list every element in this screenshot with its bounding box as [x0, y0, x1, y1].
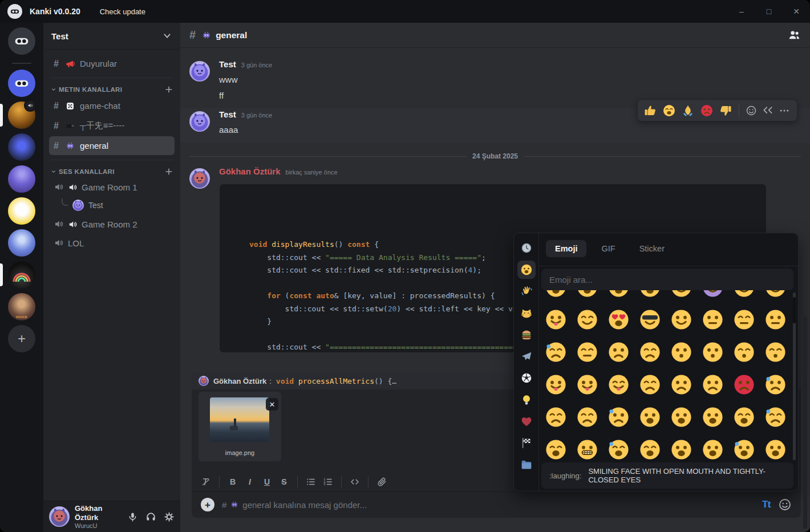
emoji-kissing-face[interactable]	[666, 336, 697, 368]
check-update-link[interactable]: Check update	[100, 7, 145, 16]
emoji-category-animals[interactable]	[517, 304, 536, 322]
emoji-search-input[interactable]	[541, 269, 793, 290]
emoji-worried-face[interactable]	[666, 368, 697, 401]
close-button[interactable]: ✕	[783, 0, 810, 23]
server-purple-bunny[interactable]	[0, 165, 43, 193]
emoji-anxious-face-with-sweat[interactable]	[728, 433, 760, 462]
quick-reaction-thumbs-up[interactable]	[642, 102, 659, 119]
server-stack-avatar[interactable]	[8, 133, 35, 161]
bold-button[interactable]: B	[224, 474, 241, 490]
add-voice-channel-button[interactable]	[164, 167, 173, 176]
emoji-kissing-face-with-smiling-eyes[interactable]	[728, 336, 760, 368]
emoji-category-custom[interactable]	[517, 456, 536, 474]
emoji-sleepy-face[interactable]	[760, 401, 791, 433]
emoji-winking-face[interactable]	[728, 290, 760, 303]
emoji-face-with-steam-from-nose[interactable]	[572, 401, 603, 433]
emoji-smirking-face[interactable]	[666, 303, 697, 336]
avatar[interactable]	[189, 168, 210, 189]
emoji-enraged-face[interactable]	[728, 368, 760, 401]
server-kanki-blue-avatar[interactable]	[8, 70, 35, 97]
add-server-button[interactable]: +	[0, 325, 43, 352]
server-purple-bunny-avatar[interactable]	[8, 165, 35, 193]
channel-general[interactable]: #general	[49, 136, 175, 155]
home-button-logo[interactable]	[8, 27, 35, 55]
bullet-list-button[interactable]	[302, 474, 319, 490]
emoji-angry-face[interactable]	[697, 368, 728, 401]
remove-attachment-button[interactable]: ✕	[266, 398, 278, 411]
add-attachment-button[interactable]: +	[201, 498, 214, 511]
quick-reaction-enraged-face[interactable]	[698, 102, 715, 119]
server-stack[interactable]	[0, 133, 43, 161]
avatar[interactable]	[189, 111, 210, 132]
emoji-grimacing-face[interactable]	[572, 433, 603, 462]
voice-channel-game-room-1[interactable]: Game Room 1	[49, 178, 175, 196]
attachment-thumbnail[interactable]	[210, 397, 269, 442]
emoji-tired-face[interactable]	[540, 433, 572, 462]
emoji-unamused-face[interactable]	[760, 303, 791, 336]
message-author[interactable]: Gökhan Öztürk	[219, 166, 281, 176]
server-header[interactable]: Test	[43, 23, 180, 50]
emoji-sad-but-relieved-face[interactable]	[603, 401, 634, 433]
emoji-face-savoring-food[interactable]	[540, 303, 572, 336]
channel-game-chat[interactable]: #game-chat	[49, 96, 175, 115]
message-author[interactable]: Test	[219, 59, 236, 69]
emoji-face-screaming-in-fear[interactable]	[760, 433, 791, 462]
voice-channel-lol[interactable]: LOL	[49, 234, 175, 251]
channel-duyurular[interactable]: #Duyurular	[49, 54, 175, 73]
emoji-grinning-face-with-smiling-eyes[interactable]	[572, 290, 603, 303]
voice-channel-game-room-2[interactable]: Game Room 2	[49, 216, 175, 233]
quick-reaction-folded-hands[interactable]	[679, 102, 696, 119]
emoji-grinning-face-with-big-eyes[interactable]	[540, 290, 572, 303]
server-wurucu-lion[interactable]	[0, 101, 43, 129]
voice-channels-section[interactable]: SES KANALLARI	[49, 165, 175, 178]
tab-sticker[interactable]: Sticker	[630, 240, 674, 257]
emoji-face-with-tongue[interactable]	[540, 368, 572, 401]
add-text-channel-button[interactable]	[164, 85, 173, 94]
quick-reaction-thumbs-down[interactable]	[717, 102, 734, 119]
emoji-grinning-squinting-face[interactable]	[634, 290, 666, 303]
emoji-weary-face[interactable]	[728, 401, 760, 433]
server-yellow-cat-avatar[interactable]	[8, 197, 35, 225]
emoji-expressionless-face[interactable]	[728, 303, 760, 336]
emoji-kissing-face-with-closed-eyes[interactable]	[760, 336, 791, 368]
reply-button[interactable]	[760, 103, 775, 118]
server-yellow-cat[interactable]	[0, 197, 43, 225]
add-reaction-button[interactable]	[744, 103, 759, 118]
emoji-category-food[interactable]	[517, 326, 536, 344]
strike-button[interactable]: S	[276, 474, 293, 490]
voice-connected-user[interactable]: Test	[49, 197, 175, 213]
emoji-picker-toggle-icon[interactable]	[778, 498, 792, 511]
emoji-category-activities[interactable]	[517, 369, 536, 387]
emoji-grid-scrollbar-thumb[interactable]	[793, 297, 796, 323]
avatar[interactable]	[189, 61, 210, 82]
emoji-smiling-face-with-sunglasses[interactable]	[634, 303, 666, 336]
emoji-category-people[interactable]	[517, 282, 536, 300]
server-blue-bunny[interactable]	[0, 229, 43, 257]
clear-button[interactable]	[197, 474, 214, 490]
emoji-downcast-face-with-sweat[interactable]	[540, 336, 572, 368]
user-avatar[interactable]	[49, 506, 70, 527]
text-format-toggle[interactable]: Tt	[762, 499, 771, 510]
emoji-frowning-face-with-open-mouth[interactable]	[634, 401, 666, 433]
server-kanki-blue[interactable]	[0, 70, 43, 97]
emoji-yawning-face[interactable]	[634, 433, 666, 462]
server-voice-bunny-avatar[interactable]: VOICE	[8, 293, 35, 320]
emoji-face-blowing-a-kiss[interactable]	[697, 336, 728, 368]
maximize-button[interactable]: □	[755, 0, 783, 23]
settings-gear-button[interactable]	[164, 511, 175, 522]
tab-gif[interactable]: GIF	[592, 240, 624, 257]
emoji-smiling-face-with-halo[interactable]	[666, 290, 697, 303]
home-button[interactable]	[0, 27, 43, 55]
underline-button[interactable]: U	[258, 474, 276, 490]
chat-scrollbar-thumb[interactable]	[803, 316, 807, 529]
server-blue-bunny-avatar[interactable]	[8, 229, 35, 257]
emoji-confounded-face[interactable]	[634, 336, 666, 368]
chevron-down-icon[interactable]	[162, 31, 172, 41]
headphones-button[interactable]	[145, 511, 156, 522]
attachment-button[interactable]	[373, 474, 390, 490]
emoji-confused-face[interactable]	[603, 336, 634, 368]
emoji-disappointed-face[interactable]	[634, 368, 666, 401]
server-voice-bunny[interactable]: VOICE	[0, 293, 43, 320]
emoji-relieved-face[interactable]	[572, 303, 603, 336]
tab-emoji[interactable]: Emoji	[546, 240, 586, 257]
